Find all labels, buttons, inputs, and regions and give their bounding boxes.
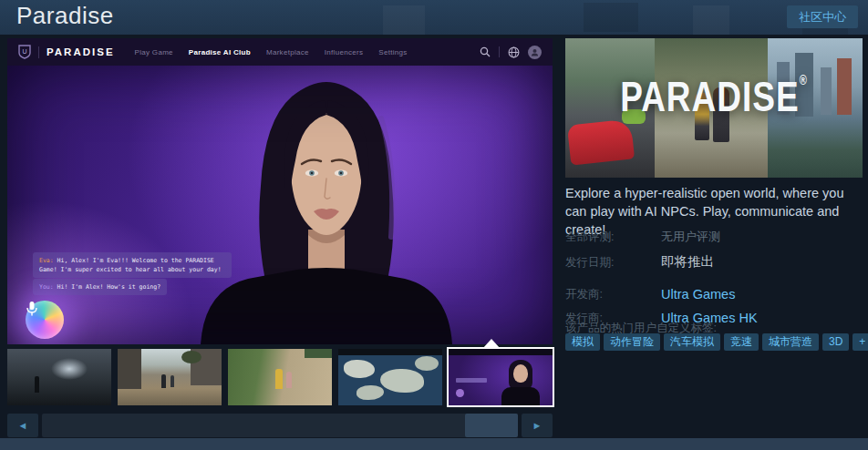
thumbnail-pager: ◄ ► (7, 414, 553, 437)
thumb-decor (35, 376, 39, 393)
thumb-decor (161, 374, 166, 388)
microphone-icon (26, 301, 38, 317)
info-label: 全部评测: (565, 228, 661, 245)
tag-action-adventure[interactable]: 动作冒险 (604, 333, 660, 351)
header-background-decor (693, 5, 729, 35)
info-row-release-date: 发行日期: 即将推出 (565, 253, 863, 271)
thumbnail-street-scene[interactable] (118, 349, 222, 405)
nav-item-influencers[interactable]: Influencers (325, 48, 363, 56)
voice-microphone-button[interactable] (26, 301, 64, 339)
thumb-decor (286, 372, 292, 388)
pager-scrollbar-thumb[interactable] (465, 414, 518, 437)
svg-text:U: U (22, 48, 26, 55)
info-label: 开发商: (565, 285, 661, 304)
pager-next-button[interactable]: ► (522, 414, 553, 437)
thumbnail-city-map[interactable] (338, 349, 442, 405)
thumb-decor (415, 356, 439, 371)
nav-item-settings[interactable]: Settings (378, 48, 407, 56)
thumbnail-strip (7, 349, 553, 405)
person-glyph (531, 48, 539, 56)
app-header: Paradise 社区中心 (0, 0, 868, 35)
nav-item-marketplace[interactable]: Marketplace (266, 48, 309, 56)
hero-vignette (7, 66, 553, 344)
thumb-decor (513, 364, 528, 383)
game-brand-text: PARADISE (46, 46, 115, 57)
game-logo-shield-icon: U (18, 45, 31, 59)
page-title: Paradise (16, 2, 114, 30)
chat-message-you: You: Hi! I'm Alex! How's it going? (33, 279, 167, 295)
info-row-reviews: 全部评测: 无用户评测 (565, 228, 863, 245)
thumbnail-eva-avatar[interactable] (449, 349, 553, 405)
chat-text-eva: Hi, Alex! I'm Eva!!! Welcome to the PARA… (39, 257, 222, 273)
thumb-decor (305, 349, 332, 358)
thumb-decor (456, 389, 464, 397)
tag-simulation[interactable]: 模拟 (565, 333, 600, 351)
thumbnail-sidewalk-scene[interactable] (228, 349, 332, 405)
ingame-nav-bar: U PARADISE Play Game Paradise AI Club Ma… (7, 38, 553, 66)
thumb-decor (170, 375, 174, 387)
nav-item-paradise-ai-club[interactable]: Paradise AI Club (189, 48, 251, 56)
chat-sender-eva: Eva: (39, 257, 54, 264)
globe-language-icon[interactable] (508, 46, 520, 58)
tag-add-button[interactable]: + (852, 333, 868, 351)
chat-sender-you: You: (39, 283, 54, 291)
header-background-decor (383, 5, 425, 35)
thumb-decor (275, 369, 283, 389)
ingame-nav-items: Play Game Paradise AI Club Marketplace I… (135, 48, 408, 56)
capsule-decor (567, 118, 635, 165)
chat-message-eva: Eva: Hi, Alex! I'm Eva!!! Welcome to the… (33, 252, 232, 278)
bottom-strip (0, 438, 868, 450)
nav-divider (38, 46, 39, 58)
selected-thumbnail-caret (482, 339, 501, 349)
nav-item-play-game[interactable]: Play Game (135, 48, 173, 56)
capsule-game-logo-text: PARADISE® (565, 74, 863, 122)
thumb-decor (456, 378, 487, 383)
media-player[interactable]: U PARADISE Play Game Paradise AI Club Ma… (7, 38, 553, 344)
thumb-decor (501, 387, 540, 405)
tag-racing[interactable]: 竞速 (724, 333, 759, 351)
info-label: 发行日期: (565, 253, 661, 271)
store-page: Paradise 社区中心 U PARADISE Play Game Parad… (0, 0, 868, 450)
info-row-developer: 开发商: Ultra Games (565, 285, 863, 304)
user-tags-row: 模拟 动作冒险 汽车模拟 竞速 城市营造 3D + (565, 333, 866, 351)
chat-text-you: Hi! I'm Alex! How's it going? (54, 283, 160, 291)
thumb-decor (344, 360, 375, 378)
ingame-nav-right (480, 46, 542, 59)
thumb-decor (118, 349, 141, 389)
reviews-value: 无用户评测 (661, 228, 720, 245)
thumb-decor (181, 351, 202, 363)
pager-prev-button[interactable]: ◄ (7, 414, 38, 437)
tag-3d[interactable]: 3D (822, 333, 849, 351)
community-hub-button[interactable]: 社区中心 (787, 5, 858, 28)
capsule-title-text: PARADISE (620, 74, 799, 120)
user-avatar-icon[interactable] (528, 46, 542, 59)
game-capsule-image: PARADISE® (565, 38, 863, 178)
search-icon[interactable] (480, 46, 491, 57)
thumbnail-storm-scene[interactable] (7, 349, 111, 405)
thumb-decor (449, 349, 553, 355)
hero-scene-eva: Eva: Hi, Alex! I'm Eva!!! Welcome to the… (7, 66, 553, 344)
header-background-decor (584, 3, 638, 32)
thumb-decor (338, 349, 442, 355)
registered-trademark: ® (800, 74, 808, 87)
tag-city-builder[interactable]: 城市营造 (762, 333, 819, 351)
developer-link[interactable]: Ultra Games (661, 285, 735, 304)
release-date-value: 即将推出 (661, 253, 714, 271)
thumb-decor (51, 358, 88, 380)
nav-icon-divider (499, 46, 500, 57)
pager-scrollbar-track[interactable] (42, 414, 518, 437)
tag-car-simulation[interactable]: 汽车模拟 (664, 333, 720, 351)
